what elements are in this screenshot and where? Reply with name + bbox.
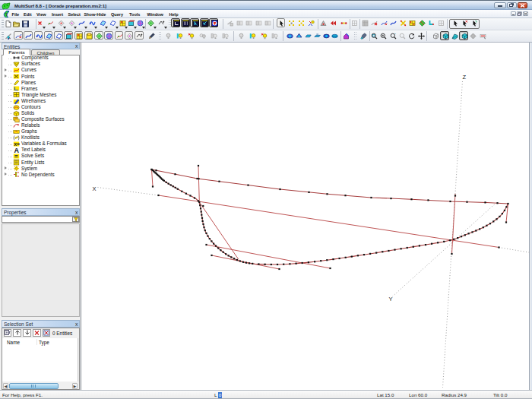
svg-text:x=: x= [14,141,20,147]
svg-text:X: X [93,185,97,192]
svg-text:Y: Y [389,296,393,302]
svg-text:Z: Z [463,74,467,81]
